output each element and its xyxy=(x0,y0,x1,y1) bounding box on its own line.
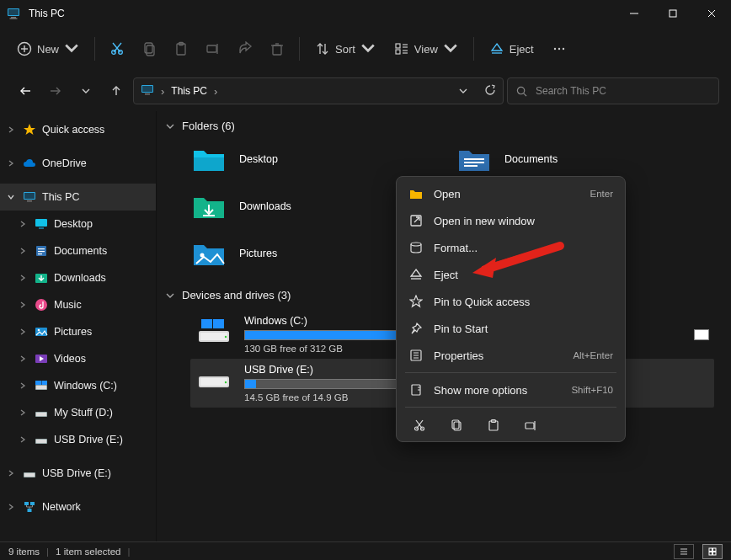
svg-rect-86 xyxy=(200,333,227,340)
refresh-button[interactable] xyxy=(484,84,496,99)
back-button[interactable] xyxy=(12,77,39,104)
separator xyxy=(299,37,300,61)
eject-button[interactable]: Eject xyxy=(481,34,542,64)
ctx-show-more-options[interactable]: Show more options Shift+F10 xyxy=(400,376,622,403)
network-icon xyxy=(22,500,37,514)
ctx-label: Open in new window xyxy=(434,215,535,227)
sidebar-item-pictures[interactable]: Pictures xyxy=(0,318,156,345)
svg-point-58 xyxy=(38,329,40,332)
forward-button[interactable] xyxy=(42,77,69,104)
view-details-button[interactable] xyxy=(674,544,694,559)
sidebar-item-onedrive[interactable]: OneDrive xyxy=(0,150,156,177)
ctx-pin-quick-access[interactable]: Pin to Quick access xyxy=(400,288,622,315)
cloud-icon xyxy=(22,157,37,170)
downloads-icon xyxy=(190,191,227,221)
search-input[interactable]: Search This PC xyxy=(507,77,719,104)
svg-rect-48 xyxy=(27,200,32,202)
drive-tick xyxy=(694,329,709,340)
folder-open-icon xyxy=(408,187,424,200)
sidebar-label: OneDrive xyxy=(42,157,87,169)
ctx-shortcut: Enter xyxy=(590,189,614,199)
new-label: New xyxy=(37,43,59,56)
more-icon xyxy=(408,383,424,397)
sort-button[interactable]: Sort xyxy=(307,34,384,64)
up-button[interactable] xyxy=(103,77,130,104)
ctx-open-new-window[interactable]: Open in new window xyxy=(400,207,622,234)
toolbar: New Sort View Eject xyxy=(0,27,731,71)
sidebar-item-network[interactable]: Network xyxy=(0,493,156,520)
paste-icon[interactable] xyxy=(484,416,503,435)
rename-button[interactable] xyxy=(198,34,228,64)
svg-point-102 xyxy=(411,243,421,246)
svg-rect-79 xyxy=(464,158,484,160)
ctx-format[interactable]: Format... xyxy=(400,234,622,261)
sidebar-item-downloads[interactable]: Downloads xyxy=(0,264,156,291)
copy-icon[interactable] xyxy=(447,416,466,435)
svg-rect-81 xyxy=(464,165,478,167)
ctx-shortcut: Alt+Enter xyxy=(573,350,613,360)
sidebar-item-my-stuff[interactable]: My Stuff (D:) xyxy=(0,399,156,426)
svg-rect-64 xyxy=(42,381,48,385)
copy-button[interactable] xyxy=(134,34,164,64)
close-button[interactable] xyxy=(692,0,731,27)
svg-rect-99 xyxy=(713,552,717,555)
svg-rect-42 xyxy=(145,93,150,95)
sidebar-item-usb-drive-2[interactable]: USB Drive (E:) xyxy=(0,460,156,487)
address-chevron[interactable]: › xyxy=(214,85,217,98)
svg-rect-1 xyxy=(8,9,19,15)
recent-locations-button[interactable] xyxy=(72,77,99,104)
svg-point-92 xyxy=(225,381,227,383)
chevron-down-icon xyxy=(360,41,376,56)
ctx-label: Open xyxy=(434,188,461,200)
address-dropdown[interactable] xyxy=(459,85,467,98)
svg-rect-96 xyxy=(709,548,712,552)
view-tiles-button[interactable] xyxy=(702,544,723,559)
paste-button[interactable] xyxy=(166,34,196,64)
ctx-eject[interactable]: Eject xyxy=(400,261,622,288)
drive-icon xyxy=(34,406,49,419)
group-header-folders[interactable]: Folders (6) xyxy=(157,111,731,137)
folder-desktop[interactable]: Desktop xyxy=(190,141,449,178)
more-button[interactable] xyxy=(544,34,574,64)
search-icon xyxy=(516,86,527,97)
sidebar-item-usb-drive[interactable]: USB Drive (E:) xyxy=(0,426,156,453)
folder-documents[interactable]: Documents xyxy=(456,141,714,178)
breadcrumb-this-pc[interactable]: This PC xyxy=(171,85,207,97)
sidebar-item-desktop[interactable]: Desktop xyxy=(0,211,156,237)
ctx-properties[interactable]: Properties Alt+Enter xyxy=(400,342,622,369)
svg-rect-62 xyxy=(36,386,46,389)
sidebar-item-quick-access[interactable]: Quick access xyxy=(0,116,156,143)
group-header-label: Devices and drives (3) xyxy=(182,289,291,301)
share-button[interactable] xyxy=(230,34,260,64)
star-icon xyxy=(408,295,424,308)
cut-button[interactable] xyxy=(102,34,132,64)
window-title: This PC xyxy=(29,8,615,19)
sidebar-label: Pictures xyxy=(54,326,92,338)
sidebar-item-music[interactable]: Music xyxy=(0,291,156,318)
address-bar[interactable]: › This PC › xyxy=(133,77,504,104)
svg-rect-63 xyxy=(35,381,41,385)
sidebar-item-documents[interactable]: Documents xyxy=(0,237,156,264)
status-selected: 1 item selected xyxy=(56,547,120,557)
minimize-button[interactable] xyxy=(615,0,654,27)
rename-icon[interactable] xyxy=(521,416,540,435)
svg-rect-88 xyxy=(213,319,224,328)
desktop-icon xyxy=(190,144,227,174)
sidebar-item-videos[interactable]: Videos xyxy=(0,345,156,372)
view-button[interactable]: View xyxy=(386,34,467,64)
svg-rect-21 xyxy=(273,45,281,55)
sidebar-item-this-pc[interactable]: This PC xyxy=(0,184,156,211)
cut-icon[interactable] xyxy=(410,416,429,435)
svg-marker-105 xyxy=(410,296,422,307)
sidebar-item-windows-c[interactable]: Windows (C:) xyxy=(0,372,156,399)
ctx-pin-start[interactable]: Pin to Start xyxy=(400,315,622,342)
maximize-button[interactable] xyxy=(654,0,692,27)
sidebar-label: Downloads xyxy=(54,272,106,284)
svg-rect-70 xyxy=(24,473,35,477)
ctx-open[interactable]: Open Enter xyxy=(400,180,622,207)
ctx-label: Pin to Start xyxy=(434,323,488,335)
usb-drive-icon xyxy=(195,364,232,396)
separator xyxy=(94,37,95,61)
delete-button[interactable] xyxy=(262,34,292,64)
new-button[interactable]: New xyxy=(8,34,88,64)
